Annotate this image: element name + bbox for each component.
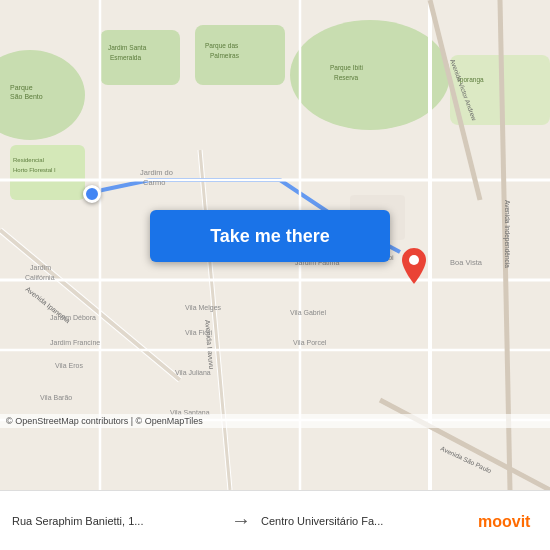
svg-text:Vila Melges: Vila Melges — [185, 304, 222, 312]
route-to: Centro Universitário Fa... — [261, 515, 470, 527]
svg-text:moovit: moovit — [478, 513, 531, 530]
svg-text:Avenida Independência: Avenida Independência — [503, 200, 511, 268]
svg-point-56 — [409, 255, 419, 265]
destination-marker — [400, 248, 428, 284]
svg-text:Esmeralda: Esmeralda — [110, 54, 141, 61]
svg-text:Califórnia: Califórnia — [25, 274, 55, 281]
bottom-bar: Rua Seraphim Banietti, 1... → Centro Uni… — [0, 490, 550, 550]
svg-text:Boa Vista: Boa Vista — [450, 258, 483, 267]
svg-text:Parque das: Parque das — [205, 42, 239, 50]
svg-text:Jardim Santa: Jardim Santa — [108, 44, 147, 51]
svg-text:Parque Ibiti: Parque Ibiti — [330, 64, 363, 72]
route-from: Rua Seraphim Banietti, 1... — [12, 515, 221, 527]
svg-text:Vila Gabriel: Vila Gabriel — [290, 309, 327, 316]
svg-text:Jardim: Jardim — [30, 264, 51, 271]
svg-text:Reserva: Reserva — [334, 74, 359, 81]
to-label: Centro Universitário Fa... — [261, 515, 421, 527]
svg-text:Parque: Parque — [10, 84, 33, 92]
svg-text:Palmeiras: Palmeiras — [210, 52, 240, 59]
svg-text:Jardim do: Jardim do — [140, 168, 173, 177]
svg-text:Vila Fiori: Vila Fiori — [185, 329, 213, 336]
svg-text:Vila Juliana: Vila Juliana — [175, 369, 211, 376]
map-attribution: © OpenStreetMap contributors | © OpenMap… — [0, 414, 550, 428]
svg-text:Carmo: Carmo — [143, 178, 166, 187]
route-arrow-icon: → — [231, 509, 251, 532]
svg-text:Residencial: Residencial — [13, 157, 44, 163]
svg-text:Vila Porcel: Vila Porcel — [293, 339, 327, 346]
svg-text:São Bento: São Bento — [10, 93, 43, 100]
take-me-there-button[interactable]: Take me there — [150, 210, 390, 262]
svg-text:Jardim Débora: Jardim Débora — [50, 314, 96, 321]
from-label: Rua Seraphim Banietti, 1... — [12, 515, 172, 527]
svg-text:Jardim Francine: Jardim Francine — [50, 339, 100, 346]
moovit-logo: moovit — [478, 509, 538, 533]
origin-marker — [83, 185, 101, 203]
svg-text:Horto Florestal I: Horto Florestal I — [13, 167, 56, 173]
svg-rect-10 — [195, 25, 285, 85]
svg-text:Vila Barão: Vila Barão — [40, 394, 72, 401]
svg-text:Vila Eros: Vila Eros — [55, 362, 83, 369]
svg-point-13 — [290, 20, 450, 130]
map-container: Parque São Bento Jardim Santa Esmeralda … — [0, 0, 550, 490]
